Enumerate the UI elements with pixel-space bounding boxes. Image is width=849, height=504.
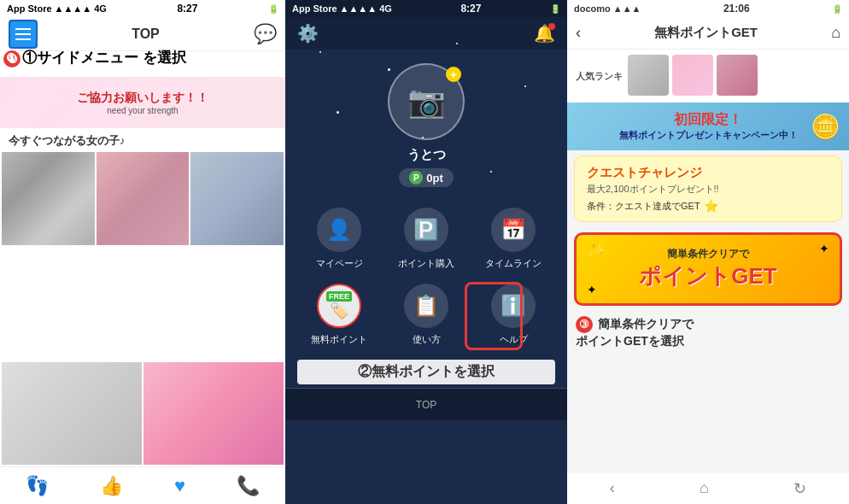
network-1: 4G — [94, 3, 107, 14]
home-nav-icon[interactable]: ⌂ — [700, 479, 709, 497]
points-badge: P 0pt — [399, 168, 454, 187]
user-grid-1 — [0, 152, 285, 360]
panel-2: App Store ▲▲▲▲ 4G 8:27 🔋 ⚙️ 🔔 📷 + うとつ P … — [285, 0, 567, 504]
notification-dot — [548, 23, 555, 30]
condition-text: 条件：クエスト達成でGET — [587, 200, 700, 213]
bell-container: 🔔 — [534, 23, 555, 44]
hamburger-line — [15, 28, 31, 30]
annotation-1: ①①サイドメニュー を選択 — [0, 47, 190, 69]
menu-item-mypage[interactable]: 👤 マイページ — [302, 208, 376, 270]
section-title-1: 今すぐつながる女の子♪ — [0, 128, 285, 152]
first-time-sub: 無料ポイントプレゼントキャンペーン中！ — [619, 129, 798, 142]
signal-1: ▲▲▲▲ — [55, 3, 92, 14]
help-icon: ℹ️ — [491, 284, 536, 328]
like-icon[interactable]: 👍 — [100, 475, 123, 497]
bottom-nav-2: TOP — [285, 388, 567, 420]
signal-3: ▲▲▲ — [613, 3, 641, 14]
network-2: 4G — [379, 3, 392, 14]
menu-item-howto[interactable]: 📋 使い方 — [389, 284, 463, 346]
howto-icon: 📋 — [404, 284, 448, 328]
user-grid-2 — [0, 360, 285, 466]
plus-badge: + — [446, 67, 461, 82]
bottom-label-2: TOP — [416, 399, 436, 411]
hamburger-line — [15, 33, 31, 35]
panel3-content: 人気ランキ 初回限定！ 無料ポイントプレゼントキャンペーン中！ 🪙 クエストチャ… — [567, 50, 849, 472]
points-text: 0pt — [426, 172, 443, 185]
ranking-section: 人気ランキ — [567, 50, 849, 103]
sparkle-icon-tr: ✦ — [819, 242, 829, 255]
point-get-title: ポイントGET — [588, 261, 828, 291]
mypage-label: マイページ — [316, 257, 363, 270]
menu-item-help[interactable]: ℹ️ ヘルプ — [477, 284, 550, 346]
refresh-nav-icon[interactable]: ↻ — [793, 479, 806, 498]
heart-icon[interactable]: ♥ — [174, 475, 185, 497]
timeline-label: タイムライン — [485, 257, 542, 270]
status-bar-1: App Store ▲▲▲▲ 4G 8:27 🔋 — [0, 0, 285, 17]
home-button-3[interactable]: ⌂ — [831, 24, 840, 42]
back-nav-icon[interactable]: ‹ — [610, 479, 615, 497]
status-bar-3: docomo ▲▲▲ 21:06 🔋 — [567, 0, 849, 17]
avatar-circle[interactable]: 📷 + — [388, 63, 465, 140]
menu-item-points[interactable]: 🅿️ ポイント購入 — [389, 208, 463, 270]
carrier-3: docomo — [574, 3, 611, 14]
quest-sub: 最大2,100ポイントプレゼント!! — [587, 183, 829, 196]
mypage-icon: 👤 — [317, 208, 361, 252]
top-nav-1: TOP 💬 — [0, 17, 285, 51]
sparkle-icon-tl: ✨ — [587, 242, 606, 261]
signal-2: ▲▲▲▲ — [340, 3, 378, 14]
bottom-nav-3: ‹ ⌂ ↻ — [567, 472, 849, 504]
menu-item-free-points[interactable]: FREE 🏷️ 無料ポイント — [302, 284, 376, 346]
bottom-nav-1: 👣 👍 ♥ 📞 — [0, 466, 285, 504]
panel-3: docomo ▲▲▲ 21:06 🔋 ‹ 無料ポイントGET ⌂ 人気ランキ 初… — [567, 0, 849, 504]
user-thumb-3[interactable] — [190, 152, 284, 245]
battery-3: 🔋 — [832, 4, 842, 14]
quest-banner[interactable]: クエストチャレンジ 最大2,100ポイントプレゼント!! 条件：クエスト達成でG… — [574, 155, 842, 222]
chat-icon[interactable]: 💬 — [254, 23, 277, 45]
top-nav-2: ⚙️ 🔔 — [285, 17, 567, 50]
user-thumb-4[interactable] — [2, 362, 142, 465]
ranking-thumb-1[interactable] — [628, 55, 669, 96]
annotation-3-text: 簡単条件クリアでポイントGETを選択 — [576, 317, 694, 348]
back-button-3[interactable]: ‹ — [576, 24, 581, 42]
battery-icon-1: 🔋 — [268, 4, 278, 14]
user-thumb-5[interactable] — [143, 362, 284, 465]
point-get-banner[interactable]: ✨ ✦ ✦ 簡単条件クリアで ポイントGET — [574, 232, 842, 306]
sparkle-icon-bl: ✦ — [587, 283, 597, 296]
user-thumb-2[interactable] — [97, 152, 190, 245]
annotation-3: ③ 簡単条件クリアでポイントGETを選択 — [567, 311, 849, 352]
ranking-thumb-2[interactable] — [672, 55, 713, 96]
hamburger-button[interactable] — [9, 20, 38, 49]
p-icon: P — [409, 171, 423, 185]
status-left-1: App Store ▲▲▲▲ 4G — [7, 3, 107, 14]
settings-icon[interactable]: ⚙️ — [297, 23, 319, 44]
camera-icon: 📷 — [407, 84, 446, 120]
menu-item-timeline[interactable]: 📅 タイムライン — [477, 208, 550, 270]
timeline-icon: 📅 — [491, 208, 536, 252]
step-number-1: ① — [3, 50, 20, 67]
time-2: 8:27 — [460, 3, 481, 15]
help-label: ヘルプ — [500, 333, 528, 346]
hamburger-line — [15, 38, 31, 40]
ranking-thumb-3[interactable] — [717, 55, 758, 96]
coin-decoration: 🪙 — [811, 113, 840, 141]
howto-label: 使い方 — [413, 333, 441, 346]
carrier-2: App Store — [292, 3, 337, 14]
panel-1: App Store ▲▲▲▲ 4G 8:27 🔋 TOP 💬 ①①サイドメニュー… — [0, 0, 285, 504]
status-bar-2: App Store ▲▲▲▲ 4G 8:27 🔋 — [285, 0, 567, 17]
points-icon: 🅿️ — [404, 208, 448, 252]
top-nav-3: ‹ 無料ポイントGET ⌂ — [567, 17, 849, 50]
banner-sub-1: need your strength — [77, 106, 208, 115]
phone-icon[interactable]: 📞 — [237, 475, 260, 497]
ranking-label: 人気ランキ — [576, 70, 623, 83]
free-points-label: 無料ポイント — [311, 333, 367, 346]
battery-1: 🔋 — [268, 4, 278, 14]
first-time-banner: 初回限定！ 無料ポイントプレゼントキャンペーン中！ 🪙 — [567, 103, 849, 150]
user-thumb-1[interactable] — [2, 152, 95, 245]
step-number-3: ③ — [576, 316, 593, 333]
profile-section: 📷 + うとつ P 0pt — [285, 50, 567, 197]
footprint-icon[interactable]: 👣 — [26, 475, 49, 497]
status-left-3: docomo ▲▲▲ — [574, 3, 641, 14]
status-left-2: App Store ▲▲▲▲ 4G — [292, 3, 392, 14]
banner-area-1: ご協力お願いします！！ need your strength — [0, 77, 285, 128]
ranking-row — [628, 55, 758, 97]
